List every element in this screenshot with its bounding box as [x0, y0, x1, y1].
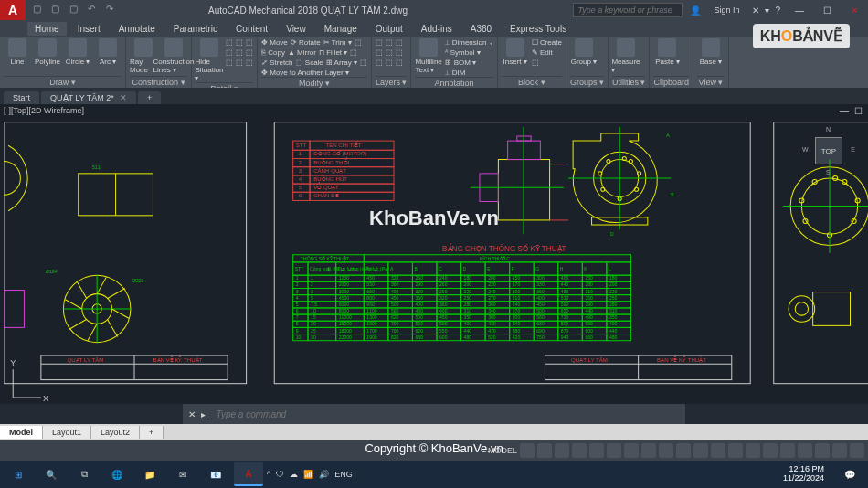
qat-redo-icon[interactable]: ↷ [106, 4, 119, 16]
layout-tab-layout2[interactable]: Layout2 [91, 426, 140, 439]
tray-cloud-icon[interactable]: ☁ [290, 470, 298, 479]
ribbon-tab-add-ins[interactable]: Add-ins [414, 22, 460, 36]
status-lock-icon[interactable] [780, 443, 795, 458]
ribbon-tab-manage[interactable]: Manage [317, 22, 365, 36]
tray-security-icon[interactable]: 🛡 [276, 470, 284, 479]
app-logo[interactable]: A [0, 0, 26, 20]
ribbon-item[interactable]: ⟳ Rotate [291, 38, 321, 47]
edge-icon[interactable]: 🌐 [102, 462, 132, 486]
ribbon-item[interactable]: ⬚ [386, 38, 393, 47]
status-ortho-icon[interactable] [555, 443, 569, 458]
qat-save-icon[interactable]: ▢ [69, 4, 82, 16]
tray-lang-icon[interactable]: ENG [334, 470, 353, 479]
ribbon-tab-a360[interactable]: A360 [463, 22, 499, 36]
mail-icon[interactable]: ✉ [168, 462, 197, 486]
exchange-icon[interactable]: ✕ [752, 5, 759, 16]
panel-label[interactable]: Groups ▾ [570, 76, 604, 88]
ribbon-btn-measure[interactable]: Measure ▾ [612, 38, 640, 74]
ribbon-item[interactable]: ⊓ Fillet ▾ [319, 48, 347, 57]
status-transparency-icon[interactable] [659, 443, 673, 458]
drawing-viewport[interactable]: [-][Top][2D Wireframe] — ☐ N S E W TOP [0, 104, 868, 404]
ribbon-tab-output[interactable]: Output [368, 22, 410, 36]
status-annomonitor-icon[interactable] [728, 443, 743, 458]
ribbon-item[interactable]: ⬚ [360, 58, 367, 67]
ribbon-item[interactable]: ⬚ [246, 58, 253, 67]
status-snap-icon[interactable] [537, 443, 552, 458]
status-model[interactable]: MODEL [488, 446, 517, 455]
status-cycling-icon[interactable] [676, 443, 691, 458]
ribbon-item[interactable]: ☐ Create [532, 38, 562, 47]
signin-button[interactable]: Sign In [706, 5, 746, 15]
start-button[interactable]: ⊞ [4, 462, 33, 486]
ribbon-tab-insert[interactable]: Insert [70, 22, 108, 36]
panel-label[interactable]: Clipboard [653, 76, 689, 88]
ribbon-item[interactable]: ⬚ [226, 38, 233, 47]
ribbon-item[interactable]: ✎ Edit [532, 48, 553, 57]
ribbon-btn-circle[interactable]: Circle ▾ [64, 38, 91, 66]
ribbon-item[interactable]: ⬚ Scale [296, 58, 323, 67]
ribbon-btn-group[interactable]: Group ▾ [570, 38, 598, 66]
status-clean-icon[interactable] [832, 443, 847, 458]
ribbon-item[interactable]: ⬚ [226, 48, 233, 57]
ribbon-item[interactable]: ⬚ [350, 48, 357, 57]
ribbon-item[interactable]: ⬚ [386, 58, 393, 67]
panel-label[interactable]: Draw ▾ [4, 76, 122, 88]
ribbon-item[interactable]: ⊞ Array ▾ [326, 58, 357, 67]
autocad-taskbar-icon[interactable]: A [234, 462, 263, 486]
qat-new-icon[interactable]: ▢ [33, 4, 46, 16]
help-search-input[interactable] [573, 3, 683, 17]
ribbon-item[interactable]: ⬚ [236, 58, 243, 67]
ribbon-tab-annotate[interactable]: Annotate [111, 22, 163, 36]
layout-tab-layout1[interactable]: Layout1 [43, 426, 91, 439]
layout-add-button[interactable]: + [140, 426, 164, 439]
command-input[interactable] [217, 409, 680, 419]
status-lweight-icon[interactable] [641, 443, 656, 458]
maximize-button[interactable]: ☐ [813, 0, 841, 20]
tray-wifi-icon[interactable]: 📶 [303, 470, 313, 479]
status-custom-icon[interactable] [850, 443, 864, 458]
viewport-maximize-icon[interactable]: ☐ [854, 106, 863, 116]
ribbon-item[interactable]: ⬚ [396, 48, 403, 57]
ribbon-btn-polyline[interactable]: Polyline [34, 38, 61, 66]
explorer-icon[interactable]: 📁 [135, 462, 164, 486]
status-polar-icon[interactable] [572, 443, 587, 458]
tray-sound-icon[interactable]: 🔊 [319, 470, 329, 479]
close-button[interactable]: ✕ [841, 0, 868, 20]
help-chevron-icon[interactable]: ▾ [765, 5, 769, 16]
ribbon-btn-insert[interactable]: Insert ▾ [502, 38, 529, 66]
status-hw-icon[interactable] [815, 443, 830, 458]
viewport-minimize-icon[interactable]: — [840, 106, 849, 116]
ribbon-tab-home[interactable]: Home [27, 22, 67, 36]
help-icon[interactable]: ? [775, 5, 780, 16]
ribbon-item[interactable]: ▲ Mirror [288, 48, 316, 57]
outlook-icon[interactable]: 📧 [201, 462, 230, 486]
ribbon-btn-hidesituation[interactable]: Hide Situation ▾ [196, 38, 223, 82]
ribbon-btn-multilinetext[interactable]: Multiline Text ▾ [415, 38, 442, 74]
ribbon-item[interactable]: ⎘ Copy [261, 48, 285, 57]
qat-open-icon[interactable]: ▢ [51, 4, 64, 16]
ribbon-item[interactable]: ⊞ BOM ▾ [445, 58, 476, 67]
status-3dosnap-icon[interactable] [607, 443, 621, 458]
ribbon-item[interactable]: ⬚ [246, 48, 253, 57]
ribbon-item[interactable]: ⬚ [376, 48, 383, 57]
tray-chevron-icon[interactable]: ^ [267, 470, 270, 479]
ribbon-item[interactable]: ⬚ [355, 38, 362, 47]
status-osnap-icon[interactable] [589, 443, 604, 458]
ribbon-item[interactable]: ✥ Move to Another Layer ▾ [261, 69, 367, 77]
ribbon-btn-line[interactable]: Line [4, 38, 31, 66]
cmd-chevron-icon[interactable]: ▸_ [201, 409, 211, 419]
ribbon-item[interactable]: ⬚ [236, 48, 243, 57]
panel-label[interactable]: Utilities ▾ [612, 76, 646, 88]
ribbon-item[interactable]: ⬚ [396, 58, 403, 67]
ribbon-item[interactable]: ⟂ Dimension ▾ [445, 38, 492, 47]
file-tab[interactable]: Start [4, 91, 39, 104]
ribbon-item[interactable]: ✂ Trim ▾ [323, 38, 352, 47]
ribbon-btn-paste[interactable]: Paste ▾ [653, 38, 681, 66]
ribbon-item[interactable]: ⬚ [246, 38, 253, 47]
cmd-close-icon[interactable]: ✕ [188, 409, 196, 419]
status-units-icon[interactable] [746, 443, 760, 458]
ribbon-item[interactable]: ⟂ DIM [445, 69, 492, 77]
status-workspace-icon[interactable] [711, 443, 725, 458]
layout-tab-model[interactable]: Model [0, 426, 43, 439]
panel-label[interactable]: View ▾ [697, 76, 725, 88]
